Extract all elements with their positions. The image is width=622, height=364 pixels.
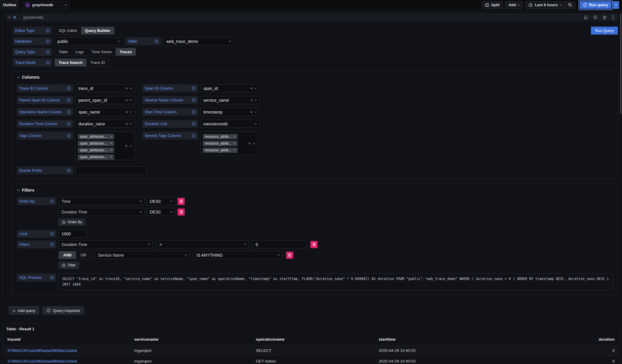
- order-by-direction-select[interactable]: DESC: [147, 197, 175, 205]
- info-icon[interactable]: [192, 86, 196, 90]
- remove-chip-icon[interactable]: ×: [233, 142, 236, 145]
- operation-name-column-select[interactable]: span_name ×: [75, 108, 135, 116]
- filter-field-select[interactable]: Service Name: [95, 251, 190, 259]
- tag-chip[interactable]: span_attributes....×: [78, 148, 114, 153]
- run-query-button[interactable]: Run query: [580, 1, 611, 9]
- order-by-field-select[interactable]: Time: [59, 197, 144, 205]
- drag-handle-icon[interactable]: [612, 15, 615, 20]
- info-icon[interactable]: [67, 169, 71, 172]
- info-icon[interactable]: [192, 110, 196, 114]
- info-icon[interactable]: [192, 134, 196, 137]
- column-header-duration[interactable]: duration: [499, 335, 619, 345]
- clear-icon[interactable]: ×: [250, 98, 253, 102]
- database-select[interactable]: public: [54, 37, 123, 45]
- clear-icon[interactable]: ×: [125, 86, 128, 90]
- info-icon[interactable]: [67, 110, 71, 114]
- query-type-table-option[interactable]: Table: [55, 48, 72, 56]
- span-id-column-select[interactable]: span_id ×: [200, 84, 260, 92]
- time-range-picker[interactable]: Last 6 hours: [526, 1, 564, 9]
- order-by-direction-select[interactable]: DESC: [147, 208, 175, 216]
- limit-input[interactable]: 1000: [59, 230, 87, 238]
- add-order-by-button[interactable]: Order By: [59, 219, 85, 226]
- scrollbar-thumb[interactable]: [620, 13, 621, 114]
- remove-query-trash-icon[interactable]: [602, 15, 607, 20]
- info-icon[interactable]: [50, 199, 54, 203]
- tags-column-multiselect[interactable]: span_attributes....× span_attributes....…: [75, 132, 135, 160]
- clear-icon[interactable]: ×: [125, 122, 128, 126]
- clear-icon[interactable]: ×: [250, 86, 253, 90]
- add-button[interactable]: Add: [505, 1, 523, 9]
- info-icon[interactable]: [50, 242, 54, 246]
- info-icon[interactable]: [67, 98, 71, 102]
- service-tag-chip[interactable]: resource_attrib...×: [203, 148, 238, 153]
- delete-order-by-button[interactable]: [178, 198, 185, 205]
- trace-id-link[interactable]: 3768831301ea0d65adaef8b9da1cbded: [7, 359, 77, 363]
- info-icon[interactable]: [50, 232, 54, 236]
- trace-id-option[interactable]: Trace ID: [86, 59, 109, 66]
- query-type-traces-option[interactable]: Traces: [116, 48, 136, 56]
- duration-unit-select[interactable]: nanoseconds: [200, 120, 260, 128]
- info-icon[interactable]: [46, 29, 50, 33]
- trace-id-column-select[interactable]: trace_id ×: [75, 84, 135, 92]
- info-icon[interactable]: [46, 61, 50, 64]
- delete-filter-button[interactable]: [286, 252, 293, 259]
- clear-all-icon[interactable]: ×: [248, 141, 251, 145]
- service-tag-chip[interactable]: resource_attrib...×: [203, 141, 238, 146]
- datasource-picker[interactable]: greptimedb: [22, 1, 70, 9]
- duplicate-query-icon[interactable]: [584, 15, 588, 20]
- collapse-chevron-icon[interactable]: [8, 16, 11, 18]
- and-option[interactable]: AND: [59, 251, 76, 259]
- zoom-out-time-button[interactable]: [565, 1, 575, 9]
- info-icon[interactable]: [67, 86, 71, 90]
- tag-chip[interactable]: span_attributes....×: [78, 141, 114, 146]
- split-button[interactable]: Split: [482, 1, 503, 9]
- service-name-column-select[interactable]: service_name ×: [200, 96, 260, 104]
- remove-chip-icon[interactable]: ×: [233, 148, 236, 152]
- start-time-column-select[interactable]: timestamp ×: [200, 108, 260, 116]
- add-filter-button[interactable]: Filter: [59, 262, 79, 269]
- column-header-starttime[interactable]: starttime: [376, 335, 499, 345]
- order-by-field-select[interactable]: Duration Time: [59, 208, 144, 216]
- delete-filter-button[interactable]: [310, 241, 318, 248]
- column-header-traceid[interactable]: traceid: [3, 335, 132, 345]
- column-header-operationname[interactable]: operationname: [253, 335, 376, 345]
- info-icon[interactable]: [46, 50, 50, 54]
- remove-chip-icon[interactable]: ×: [110, 142, 112, 145]
- hide-response-eye-icon[interactable]: [593, 15, 597, 20]
- tag-chip[interactable]: span_attributes....×: [78, 134, 114, 139]
- remove-chip-icon[interactable]: ×: [110, 135, 112, 138]
- clear-icon[interactable]: ×: [250, 110, 253, 114]
- parent-span-id-column-select[interactable]: parent_span_id ×: [75, 96, 135, 104]
- info-icon[interactable]: [192, 98, 196, 102]
- remove-chip-icon[interactable]: ×: [233, 135, 236, 138]
- sql-editor-option[interactable]: SQL Editor: [55, 27, 81, 34]
- service-tags-column-multiselect[interactable]: resource_attrib...× resource_attrib...× …: [200, 132, 258, 155]
- remove-chip-icon[interactable]: ×: [110, 155, 112, 159]
- query-inspector-button[interactable]: Query inspector: [43, 306, 84, 315]
- info-icon[interactable]: [50, 276, 54, 279]
- info-icon[interactable]: [46, 39, 50, 43]
- clear-icon[interactable]: ×: [125, 110, 128, 114]
- panel-run-query-button[interactable]: Run Query: [591, 27, 618, 35]
- query-type-timeseries-option[interactable]: Time Series: [88, 48, 116, 56]
- info-icon[interactable]: [67, 134, 71, 137]
- filter-operator-select[interactable]: IS ANYTHING: [194, 251, 282, 259]
- filter-operator-select[interactable]: >: [157, 240, 249, 248]
- clear-icon[interactable]: ×: [125, 98, 128, 102]
- delete-order-by-button[interactable]: [178, 208, 185, 216]
- clear-all-icon[interactable]: ×: [125, 144, 128, 148]
- service-tag-chip[interactable]: resource_attrib...×: [203, 134, 238, 139]
- or-option[interactable]: OR: [76, 251, 91, 259]
- tag-chip[interactable]: span_attributes....×: [78, 154, 114, 160]
- trace-id-link[interactable]: 3768831301ea0d65adaef8b9da1cbded: [7, 348, 77, 353]
- trace-search-option[interactable]: Trace Search: [55, 59, 86, 66]
- filter-value-input[interactable]: 0: [253, 240, 307, 248]
- query-row-header[interactable]: A (greptimedb): [5, 13, 618, 21]
- duration-time-column-select[interactable]: duration_nano ×: [75, 120, 135, 128]
- info-icon[interactable]: [192, 122, 196, 126]
- run-query-options-button[interactable]: [613, 1, 619, 9]
- query-builder-option[interactable]: Query Builder: [81, 27, 114, 34]
- events-prefix-input[interactable]: [75, 166, 146, 174]
- info-icon[interactable]: [155, 39, 159, 43]
- filter-field-select[interactable]: Duration Time: [59, 240, 153, 248]
